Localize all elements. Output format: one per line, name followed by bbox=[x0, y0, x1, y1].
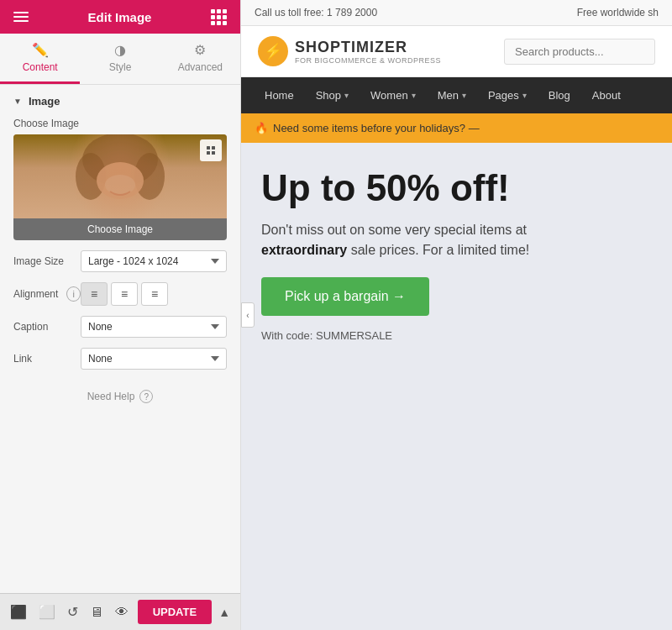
hero-desc-after: sale prices. For a limited time! bbox=[347, 243, 529, 257]
panel-header: Edit Image bbox=[0, 0, 240, 34]
store-logo: ⚡ SHOPTIMIZER FOR BIGCOMMERCE & WORDPRES… bbox=[258, 36, 441, 66]
image-chooser[interactable]: Choose Image bbox=[13, 134, 227, 240]
caption-select[interactable]: None bbox=[81, 316, 227, 338]
pages-chevron: ▾ bbox=[522, 91, 527, 100]
image-edit-button[interactable] bbox=[200, 139, 222, 161]
alignment-field: ≡ ≡ ≡ bbox=[81, 282, 227, 306]
top-bar-left: Call us toll free: 1 789 2000 bbox=[255, 7, 377, 18]
layers-icon[interactable]: ⬛ bbox=[10, 604, 27, 620]
promo-code-text: With code: SUMMERSALE bbox=[261, 329, 652, 342]
left-panel: Edit Image ✏️ Content ◑ Style ⚙ Advanced bbox=[0, 0, 241, 630]
announcement-icon: 🔥 bbox=[255, 122, 268, 134]
update-button[interactable]: UPDATE bbox=[138, 600, 212, 624]
caption-label: Caption bbox=[13, 321, 81, 333]
image-size-field: Large - 1024 x 1024 bbox=[81, 250, 227, 272]
shop-chevron: ▾ bbox=[344, 91, 349, 100]
image-size-label: Image Size bbox=[13, 255, 81, 267]
grid-icon[interactable] bbox=[211, 9, 227, 25]
bottom-icons: ⬛ ⬜ ↺ 🖥 👁 bbox=[10, 604, 129, 620]
panel-title: Edit Image bbox=[88, 10, 152, 24]
help-icon: ? bbox=[139, 390, 153, 403]
alignment-label: Alignment i bbox=[13, 286, 81, 302]
logo-main-text: SHOPTIMIZER bbox=[295, 39, 441, 56]
choose-image-bar[interactable]: Choose Image bbox=[13, 218, 227, 240]
bottom-right: UPDATE ▲ bbox=[138, 600, 230, 624]
collapse-arrow[interactable]: ▼ bbox=[13, 97, 22, 106]
svg-point-4 bbox=[105, 175, 135, 195]
style-tab-icon: ◑ bbox=[114, 42, 126, 58]
link-select[interactable]: None bbox=[81, 348, 227, 370]
announcement-text: Need some items before your holidays? — bbox=[273, 122, 480, 134]
nav-item-pages[interactable]: Pages ▾ bbox=[478, 77, 537, 113]
logo-sub-text: FOR BIGCOMMERCE & WORDPRESS bbox=[295, 56, 441, 65]
need-help[interactable]: Need Help ? bbox=[13, 390, 227, 403]
link-field: None bbox=[81, 348, 227, 370]
tab-content[interactable]: ✏️ Content bbox=[0, 34, 80, 84]
svg-rect-8 bbox=[212, 151, 215, 155]
caption-field: None bbox=[81, 316, 227, 338]
logo-icon: ⚡ bbox=[258, 36, 288, 66]
section-image-header: ▼ Image bbox=[13, 95, 227, 108]
eye-icon[interactable]: 👁 bbox=[115, 605, 129, 620]
align-center-button[interactable]: ≡ bbox=[111, 282, 138, 306]
tab-style-label: Style bbox=[109, 61, 132, 73]
store-nav: Home Shop ▾ Women ▾ Men ▾ Pages ▾ Blog bbox=[241, 77, 672, 113]
caption-row: Caption None bbox=[13, 316, 227, 338]
right-panel: Call us toll free: 1 789 2000 Free world… bbox=[241, 0, 672, 630]
women-chevron: ▾ bbox=[412, 91, 416, 100]
app-layout: Edit Image ✏️ Content ◑ Style ⚙ Advanced bbox=[0, 0, 672, 630]
tab-advanced-label: Advanced bbox=[178, 61, 223, 73]
panel-tabs: ✏️ Content ◑ Style ⚙ Advanced bbox=[0, 34, 240, 85]
tab-advanced[interactable]: ⚙ Advanced bbox=[160, 34, 240, 84]
announcement-bar: 🔥 Need some items before your holidays? … bbox=[241, 113, 672, 143]
svg-rect-6 bbox=[212, 146, 215, 150]
hero-section: Up to 50% off! Don't miss out on some ve… bbox=[241, 143, 672, 630]
history-icon[interactable]: ↺ bbox=[67, 604, 78, 620]
store-search-input[interactable] bbox=[504, 39, 655, 65]
choose-image-label: Choose Image bbox=[13, 118, 81, 129]
need-help-label: Need Help bbox=[87, 391, 135, 402]
top-bar-right: Free worldwide sh bbox=[577, 7, 659, 18]
stack-icon[interactable]: ⬜ bbox=[39, 604, 55, 620]
nav-item-home[interactable]: Home bbox=[255, 77, 304, 113]
svg-rect-7 bbox=[207, 151, 210, 155]
advanced-tab-icon: ⚙ bbox=[194, 42, 206, 58]
nav-item-about[interactable]: About bbox=[582, 77, 631, 113]
align-group: ≡ ≡ ≡ bbox=[81, 282, 227, 306]
align-right-button[interactable]: ≡ bbox=[141, 282, 168, 306]
panel-toggle-arrow[interactable]: ‹ bbox=[241, 302, 255, 328]
hamburger-icon[interactable] bbox=[13, 12, 29, 22]
hero-desc-before: Don't miss out on some very special item… bbox=[261, 223, 527, 237]
logo-text: SHOPTIMIZER FOR BIGCOMMERCE & WORDPRESS bbox=[295, 39, 441, 65]
desktop-icon[interactable]: 🖥 bbox=[90, 605, 103, 620]
hero-description: Don't miss out on some very special item… bbox=[261, 220, 580, 260]
content-tab-icon: ✏️ bbox=[32, 42, 49, 58]
store-header: ⚡ SHOPTIMIZER FOR BIGCOMMERCE & WORDPRES… bbox=[241, 26, 672, 77]
link-label: Link bbox=[13, 353, 81, 365]
nav-item-blog[interactable]: Blog bbox=[538, 77, 580, 113]
nav-item-shop[interactable]: Shop ▾ bbox=[306, 77, 359, 113]
tab-style[interactable]: ◑ Style bbox=[80, 34, 160, 84]
tab-content-label: Content bbox=[23, 61, 58, 73]
image-size-select[interactable]: Large - 1024 x 1024 bbox=[81, 250, 227, 272]
section-image-title: Image bbox=[29, 95, 60, 108]
image-preview bbox=[13, 134, 227, 218]
store-top-bar: Call us toll free: 1 789 2000 Free world… bbox=[241, 0, 672, 26]
align-left-button[interactable]: ≡ bbox=[81, 282, 108, 306]
nav-item-men[interactable]: Men ▾ bbox=[428, 77, 476, 113]
nav-item-women[interactable]: Women ▾ bbox=[360, 77, 426, 113]
hero-desc-bold: extraordinary bbox=[261, 243, 347, 257]
hero-discount-text: Up to 50% off! bbox=[261, 168, 652, 208]
alignment-row: Alignment i ≡ ≡ ≡ bbox=[13, 282, 227, 306]
expand-icon[interactable]: ▲ bbox=[218, 606, 230, 619]
bottom-bar: ⬛ ⬜ ↺ 🖥 👁 UPDATE ▲ bbox=[0, 593, 240, 630]
panel-content: ▼ Image Choose Image bbox=[0, 85, 240, 593]
svg-rect-5 bbox=[207, 146, 210, 150]
link-row: Link None bbox=[13, 348, 227, 370]
hero-cta-button[interactable]: Pick up a bargain → bbox=[261, 277, 429, 316]
image-size-row: Image Size Large - 1024 x 1024 bbox=[13, 250, 227, 272]
men-chevron: ▾ bbox=[462, 91, 466, 100]
alignment-info-icon[interactable]: i bbox=[66, 286, 81, 302]
